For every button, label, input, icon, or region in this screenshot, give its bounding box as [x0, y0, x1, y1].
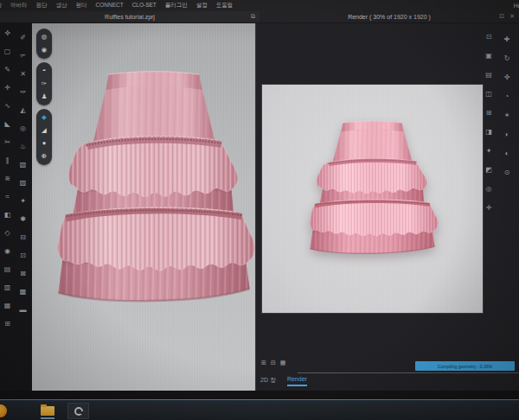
show-pins-icon[interactable]: ✑: [42, 80, 47, 88]
display-group-scene: ◍◉: [36, 29, 52, 59]
show-garment-icon[interactable]: ◓: [42, 67, 47, 75]
zipper-icon[interactable]: ▤: [2, 265, 13, 274]
edit-curvature-icon[interactable]: ∿: [2, 102, 13, 111]
menu-items: 의상아바타원단생산렌더CONNECTCLO-SET플러그인설정도움말: [0, 2, 233, 10]
rotate-view-icon[interactable]: ↻: [502, 54, 512, 62]
pressure-map-icon[interactable]: ⊕: [42, 152, 47, 161]
tab-2d-window[interactable]: 2D 창: [260, 376, 276, 386]
browser-taskbar-icon[interactable]: [0, 404, 7, 417]
pattern-outline-icon[interactable]: ✐: [17, 34, 29, 42]
show-ground-icon[interactable]: ◉: [42, 46, 48, 54]
user-account-label: Hell: [514, 3, 519, 9]
float-window-icon[interactable]: ⊡: [499, 13, 504, 20]
trace-icon[interactable]: ◣: [2, 120, 13, 129]
menu-fabric[interactable]: 원단: [36, 2, 48, 10]
shadow-icon[interactable]: ◗: [502, 130, 512, 138]
interactive-render-icon[interactable]: ▣: [484, 52, 494, 60]
render-window-titlebar: Render ( 30% of 1920 x 1920 ) ⊡ ✕: [260, 11, 519, 23]
render-toolbar-column-b: ✚↻✜◔✶◗◐⊙: [502, 35, 512, 176]
fabric-view-icon[interactable]: ◆: [42, 113, 47, 122]
notch-icon[interactable]: ∥: [2, 156, 13, 165]
pan-view-icon[interactable]: ✜: [502, 73, 512, 81]
edit-point-icon[interactable]: ✎: [2, 66, 13, 74]
schedule-render-icon[interactable]: ▤: [484, 71, 494, 79]
left-toolbar-column-b: ✐✃✕✑◭◎♨▧▨✦✱⊟⊡⊠▩▬: [17, 34, 29, 315]
skirt-3d-model[interactable]: [51, 68, 257, 315]
menu-avatar[interactable]: 아바타: [10, 2, 28, 10]
cut-sew-icon[interactable]: ✂: [2, 138, 13, 147]
menu-connect[interactable]: CONNECT: [96, 2, 124, 10]
sculpt-icon[interactable]: ◭: [17, 106, 29, 115]
undock-window-icon[interactable]: ⧉: [251, 13, 255, 20]
dart-icon[interactable]: ◇: [2, 229, 13, 238]
menu-render[interactable]: 렌더: [76, 2, 87, 10]
file-explorer-taskbar-icon[interactable]: [41, 406, 54, 416]
image-properties-icon[interactable]: ◫: [484, 90, 494, 98]
render-toolbar-column-a: ⊡▣▤◫⊞◨✦◩◎✛: [484, 33, 494, 212]
clo-taskbar-icon[interactable]: [67, 403, 89, 419]
free-sewing-icon[interactable]: ≈: [2, 193, 13, 201]
pleat-icon[interactable]: ▩: [17, 288, 29, 296]
tab-render[interactable]: Render: [287, 376, 307, 386]
light-icon[interactable]: ✶: [502, 111, 512, 119]
view-tool-icon[interactable]: ✚: [502, 35, 512, 43]
flatten-icon[interactable]: ⊠: [17, 270, 29, 278]
clo-logo-icon: [74, 407, 83, 416]
background-icon[interactable]: ◩: [484, 166, 494, 174]
grid-view-icon[interactable]: ▦: [280, 359, 286, 366]
render-progress-label: Compiling geometry : 0.16%: [438, 364, 492, 369]
tack-icon[interactable]: ✕: [17, 70, 29, 79]
measure-icon[interactable]: ⊟: [17, 233, 29, 242]
lock-view-icon[interactable]: ⊙: [502, 169, 512, 176]
camera-icon[interactable]: ◎: [484, 185, 494, 193]
edit-pattern-icon[interactable]: ▢: [2, 48, 13, 56]
tab-separator: [298, 372, 519, 373]
3d-viewport[interactable]: ◍◉ ◓✑♟ ◆◢●⊕: [32, 23, 256, 391]
pin-icon[interactable]: ✑: [17, 88, 29, 97]
transform-pattern-icon[interactable]: ✜: [2, 29, 13, 38]
menu-plugin[interactable]: 플러그인: [165, 2, 188, 10]
light-properties-icon[interactable]: ✦: [484, 147, 494, 155]
menu-settings[interactable]: 설정: [196, 2, 208, 10]
dock-2d-window-icon[interactable]: ⊞: [261, 359, 266, 366]
trim-icon[interactable]: ✱: [17, 215, 29, 224]
fabric-icon[interactable]: ▧: [17, 161, 29, 169]
menu-production[interactable]: 생산: [56, 2, 67, 10]
environment-sphere-icon[interactable]: ◐: [502, 150, 512, 157]
close-window-icon[interactable]: ✕: [509, 13, 515, 20]
render-progress-bar: Compiling geometry : 0.16%: [415, 361, 515, 371]
add-point-icon[interactable]: ✛: [2, 84, 13, 92]
steam-icon[interactable]: ♨: [17, 143, 29, 151]
menu-garment[interactable]: 의상: [0, 2, 2, 10]
piping-icon[interactable]: ▥: [2, 283, 13, 292]
dock-3d-window-icon[interactable]: ⊟: [271, 359, 276, 366]
render-properties-icon[interactable]: ◨: [484, 128, 494, 136]
video-properties-icon[interactable]: ⊞: [484, 109, 494, 117]
menu-closet[interactable]: CLO-SET: [132, 2, 157, 10]
strain-map-icon[interactable]: ◢: [42, 126, 47, 135]
main-window-titlebar: Ruffles tutorial.zprj ⧉: [0, 11, 260, 23]
render-result-canvas: [262, 85, 483, 313]
binding-icon[interactable]: ▦: [2, 302, 13, 310]
seam-tape-icon[interactable]: ▬: [17, 306, 29, 315]
button-icon[interactable]: ◉: [2, 247, 13, 256]
fit-map-icon[interactable]: ●: [42, 139, 47, 148]
grade-icon[interactable]: ⊡: [17, 251, 29, 260]
menu-help[interactable]: 도움말: [216, 2, 234, 10]
zoom-view-icon[interactable]: ◔: [502, 92, 512, 100]
bottom-tab-bar: 2D 창Render: [260, 376, 307, 386]
smooth-icon[interactable]: ◎: [17, 124, 29, 133]
graphic-icon[interactable]: ✦: [17, 197, 29, 206]
composite-icon[interactable]: ✛: [484, 204, 494, 212]
edit-sewing-icon[interactable]: ✃: [17, 52, 29, 60]
print-layout-icon[interactable]: ⊞: [2, 320, 13, 328]
show-avatar-icon[interactable]: ♟: [42, 92, 48, 101]
viewport-display-toolbar: ◍◉ ◓✑♟ ◆◢●⊕: [36, 29, 52, 165]
texture-icon[interactable]: ▨: [17, 179, 29, 188]
render-start-icon[interactable]: ⊡: [484, 33, 494, 41]
segment-sewing-icon[interactable]: ≋: [2, 175, 13, 183]
skirt-render-image: [305, 119, 439, 262]
fold-arrangement-icon[interactable]: ◧: [2, 211, 13, 220]
render-window: ⊡▣▤◫⊞◨✦◩◎✛ ✚↻✜◔✶◗◐⊙ ⊞⊟▦ Compiling geomet…: [256, 23, 519, 391]
show-scene-icon[interactable]: ◍: [42, 33, 48, 41]
